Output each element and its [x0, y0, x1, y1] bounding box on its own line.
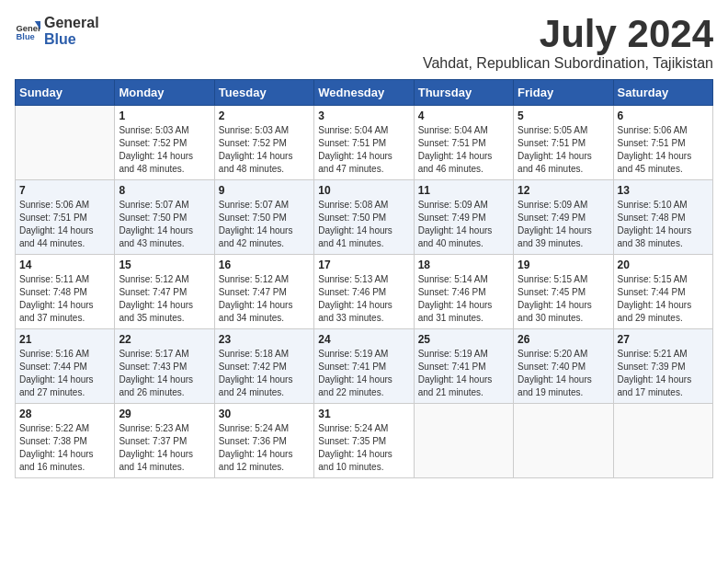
day-number: 27	[618, 333, 709, 346]
day-number: 29	[119, 408, 210, 420]
header-cell-thursday: Thursday	[414, 80, 513, 106]
day-cell: 20Sunrise: 5:15 AM Sunset: 7:44 PM Dayli…	[613, 255, 712, 329]
day-number: 2	[219, 109, 310, 122]
day-number: 23	[219, 333, 310, 346]
location-title: Vahdat, Republican Subordination, Tajiki…	[423, 55, 713, 72]
day-cell	[514, 404, 613, 478]
day-info: Sunrise: 5:13 AM Sunset: 7:46 PM Dayligh…	[318, 273, 409, 325]
day-info: Sunrise: 5:12 AM Sunset: 7:47 PM Dayligh…	[119, 273, 210, 325]
day-cell: 21Sunrise: 5:16 AM Sunset: 7:44 PM Dayli…	[16, 329, 115, 404]
day-info: Sunrise: 5:03 AM Sunset: 7:52 PM Dayligh…	[119, 124, 210, 176]
day-number: 13	[618, 184, 709, 197]
day-number: 26	[518, 333, 609, 346]
day-cell: 4Sunrise: 5:04 AM Sunset: 7:51 PM Daylig…	[414, 106, 513, 180]
day-number: 5	[518, 109, 609, 122]
day-number: 15	[119, 259, 210, 271]
day-number: 10	[318, 184, 409, 197]
day-cell: 5Sunrise: 5:05 AM Sunset: 7:51 PM Daylig…	[514, 106, 613, 180]
logo-general: General	[44, 15, 99, 31]
header-cell-saturday: Saturday	[613, 80, 712, 106]
day-cell: 25Sunrise: 5:19 AM Sunset: 7:41 PM Dayli…	[414, 329, 513, 404]
day-info: Sunrise: 5:18 AM Sunset: 7:42 PM Dayligh…	[219, 348, 310, 399]
day-number: 11	[418, 184, 509, 197]
day-number: 28	[19, 408, 110, 420]
day-info: Sunrise: 5:09 AM Sunset: 7:49 PM Dayligh…	[418, 199, 509, 250]
day-number: 31	[318, 408, 409, 420]
week-row-1: 1Sunrise: 5:03 AM Sunset: 7:52 PM Daylig…	[16, 106, 713, 180]
day-number: 12	[518, 184, 609, 197]
header-row: SundayMondayTuesdayWednesdayThursdayFrid…	[16, 80, 713, 106]
day-info: Sunrise: 5:12 AM Sunset: 7:47 PM Dayligh…	[219, 273, 310, 325]
header-cell-tuesday: Tuesday	[214, 80, 313, 106]
day-number: 30	[219, 408, 310, 420]
day-info: Sunrise: 5:21 AM Sunset: 7:39 PM Dayligh…	[618, 348, 709, 399]
week-row-5: 28Sunrise: 5:22 AM Sunset: 7:38 PM Dayli…	[16, 404, 713, 478]
day-number: 3	[318, 109, 409, 122]
day-cell: 14Sunrise: 5:11 AM Sunset: 7:48 PM Dayli…	[16, 255, 115, 329]
day-number: 16	[219, 259, 310, 271]
day-info: Sunrise: 5:14 AM Sunset: 7:46 PM Dayligh…	[418, 273, 509, 325]
day-number: 21	[19, 333, 110, 346]
day-info: Sunrise: 5:07 AM Sunset: 7:50 PM Dayligh…	[119, 199, 210, 250]
day-cell: 28Sunrise: 5:22 AM Sunset: 7:38 PM Dayli…	[16, 404, 115, 478]
day-cell	[16, 106, 115, 180]
day-info: Sunrise: 5:04 AM Sunset: 7:51 PM Dayligh…	[418, 124, 509, 176]
day-number: 4	[418, 109, 509, 122]
day-info: Sunrise: 5:23 AM Sunset: 7:37 PM Dayligh…	[119, 422, 210, 474]
day-cell: 7Sunrise: 5:06 AM Sunset: 7:51 PM Daylig…	[16, 180, 115, 255]
day-info: Sunrise: 5:15 AM Sunset: 7:44 PM Dayligh…	[618, 273, 709, 325]
calendar-header: SundayMondayTuesdayWednesdayThursdayFrid…	[16, 80, 713, 106]
day-cell: 12Sunrise: 5:09 AM Sunset: 7:49 PM Dayli…	[514, 180, 613, 255]
logo: General Blue General Blue	[15, 15, 99, 47]
day-cell: 27Sunrise: 5:21 AM Sunset: 7:39 PM Dayli…	[613, 329, 712, 404]
day-info: Sunrise: 5:06 AM Sunset: 7:51 PM Dayligh…	[19, 199, 110, 250]
day-cell: 22Sunrise: 5:17 AM Sunset: 7:43 PM Dayli…	[115, 329, 214, 404]
header-cell-sunday: Sunday	[16, 80, 115, 106]
day-number: 18	[418, 259, 509, 271]
day-number: 25	[418, 333, 509, 346]
week-row-2: 7Sunrise: 5:06 AM Sunset: 7:51 PM Daylig…	[16, 180, 713, 255]
day-number: 8	[119, 184, 210, 197]
day-cell: 8Sunrise: 5:07 AM Sunset: 7:50 PM Daylig…	[115, 180, 214, 255]
day-cell: 15Sunrise: 5:12 AM Sunset: 7:47 PM Dayli…	[115, 255, 214, 329]
day-cell: 13Sunrise: 5:10 AM Sunset: 7:48 PM Dayli…	[613, 180, 712, 255]
day-info: Sunrise: 5:19 AM Sunset: 7:41 PM Dayligh…	[318, 348, 409, 399]
day-number: 19	[518, 259, 609, 271]
calendar-body: 1Sunrise: 5:03 AM Sunset: 7:52 PM Daylig…	[16, 106, 713, 478]
day-number: 17	[318, 259, 409, 271]
day-info: Sunrise: 5:20 AM Sunset: 7:40 PM Dayligh…	[518, 348, 609, 399]
day-cell: 30Sunrise: 5:24 AM Sunset: 7:36 PM Dayli…	[214, 404, 313, 478]
header-cell-wednesday: Wednesday	[314, 80, 414, 106]
day-number: 24	[318, 333, 409, 346]
day-info: Sunrise: 5:08 AM Sunset: 7:50 PM Dayligh…	[318, 199, 409, 250]
day-cell: 17Sunrise: 5:13 AM Sunset: 7:46 PM Dayli…	[314, 255, 414, 329]
svg-text:General: General	[17, 24, 40, 33]
day-cell: 3Sunrise: 5:04 AM Sunset: 7:51 PM Daylig…	[314, 106, 414, 180]
day-cell: 18Sunrise: 5:14 AM Sunset: 7:46 PM Dayli…	[414, 255, 513, 329]
day-info: Sunrise: 5:15 AM Sunset: 7:45 PM Dayligh…	[518, 273, 609, 325]
day-number: 6	[618, 109, 709, 122]
month-title: July 2024	[423, 15, 713, 53]
day-info: Sunrise: 5:10 AM Sunset: 7:48 PM Dayligh…	[618, 199, 709, 250]
day-cell	[613, 404, 712, 478]
svg-text:Blue: Blue	[17, 32, 35, 41]
day-info: Sunrise: 5:06 AM Sunset: 7:51 PM Dayligh…	[618, 124, 709, 176]
logo-icon: General Blue	[15, 18, 40, 44]
day-cell: 26Sunrise: 5:20 AM Sunset: 7:40 PM Dayli…	[514, 329, 613, 404]
day-number: 7	[19, 184, 110, 197]
title-area: July 2024 Vahdat, Republican Subordinati…	[423, 15, 713, 72]
week-row-4: 21Sunrise: 5:16 AM Sunset: 7:44 PM Dayli…	[16, 329, 713, 404]
day-number: 1	[119, 109, 210, 122]
day-info: Sunrise: 5:04 AM Sunset: 7:51 PM Dayligh…	[318, 124, 409, 176]
day-cell: 29Sunrise: 5:23 AM Sunset: 7:37 PM Dayli…	[115, 404, 214, 478]
day-cell: 2Sunrise: 5:03 AM Sunset: 7:52 PM Daylig…	[214, 106, 313, 180]
day-cell: 16Sunrise: 5:12 AM Sunset: 7:47 PM Dayli…	[214, 255, 313, 329]
day-info: Sunrise: 5:24 AM Sunset: 7:36 PM Dayligh…	[219, 422, 310, 474]
day-info: Sunrise: 5:17 AM Sunset: 7:43 PM Dayligh…	[119, 348, 210, 399]
day-cell: 31Sunrise: 5:24 AM Sunset: 7:35 PM Dayli…	[314, 404, 414, 478]
day-number: 22	[119, 333, 210, 346]
header-cell-friday: Friday	[514, 80, 613, 106]
day-cell: 1Sunrise: 5:03 AM Sunset: 7:52 PM Daylig…	[115, 106, 214, 180]
calendar-table: SundayMondayTuesdayWednesdayThursdayFrid…	[15, 79, 713, 478]
day-cell: 24Sunrise: 5:19 AM Sunset: 7:41 PM Dayli…	[314, 329, 414, 404]
